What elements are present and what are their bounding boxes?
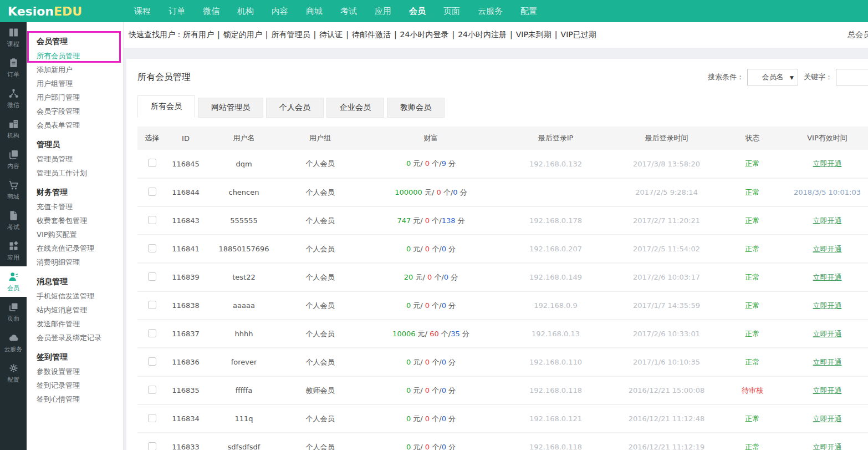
cloud-icon: [8, 332, 19, 343]
sidebar-item-课程[interactable]: 课程: [0, 22, 27, 53]
top-nav-item-会员[interactable]: 会员: [400, 0, 435, 22]
sidebar-item-页面[interactable]: 页面: [0, 297, 27, 327]
quickfind-link-24小时内登录[interactable]: 24小时内登录: [400, 30, 449, 39]
top-nav-item-机构[interactable]: 机构: [228, 0, 263, 22]
menu-item-收费套餐包管理[interactable]: 收费套餐包管理: [37, 214, 123, 227]
quickfind-link-所有管理员[interactable]: 所有管理员: [271, 30, 310, 39]
top-nav-item-订单[interactable]: 订单: [160, 0, 194, 22]
menu-item-会员字段管理[interactable]: 会员字段管理: [37, 104, 123, 118]
tab-教师会员[interactable]: 教师会员: [387, 98, 445, 118]
vip-open-link[interactable]: 立即开通: [813, 358, 842, 366]
quickfind-link-待认证[interactable]: 待认证: [319, 30, 343, 39]
sidebar-item-云服务[interactable]: 云服务: [0, 327, 27, 358]
tab-网站管理员[interactable]: 网站管理员: [198, 98, 263, 118]
row-checkbox[interactable]: [148, 301, 156, 309]
menu-item-用户组管理[interactable]: 用户组管理: [37, 77, 123, 90]
sidebar-item-会员[interactable]: 会员: [0, 266, 27, 297]
menu-item-管理员管理[interactable]: 管理员管理: [37, 152, 123, 166]
top-nav-item-应用[interactable]: 应用: [366, 0, 400, 22]
tab-企业会员[interactable]: 企业会员: [326, 98, 384, 118]
table-body: 116845dqm个人会员0 元/ 0 个/9 分192.168.0.13220…: [137, 150, 868, 450]
quickfind-link-24小时内注册[interactable]: 24小时内注册: [458, 30, 507, 39]
cell-last-login: 2017/2/7 11:20:21: [607, 206, 726, 235]
menu-item-会员表单管理[interactable]: 会员表单管理: [37, 118, 123, 132]
menu-item-添加新用户[interactable]: 添加新用户: [37, 63, 123, 77]
vip-open-link[interactable]: 立即开通: [813, 216, 842, 225]
vip-open-link[interactable]: 立即开通: [813, 330, 842, 338]
sidebar-item-考试[interactable]: 考试: [0, 205, 27, 236]
menu-item-手机短信发送管理[interactable]: 手机短信发送管理: [37, 289, 123, 303]
row-checkbox[interactable]: [148, 442, 156, 450]
row-checkbox[interactable]: [148, 159, 156, 167]
vip-open-link[interactable]: 立即开通: [813, 414, 842, 423]
cell-last-login: 2017/2/6 10:03:17: [607, 263, 726, 291]
row-checkbox[interactable]: [148, 357, 156, 366]
row-checkbox[interactable]: [148, 244, 156, 252]
sidebar-item-应用[interactable]: 应用: [0, 236, 27, 266]
menu-item-参数设置管理[interactable]: 参数设置管理: [37, 365, 123, 378]
menu-item-发送邮件管理[interactable]: 发送邮件管理: [37, 317, 123, 331]
menu-item-充值卡管理[interactable]: 充值卡管理: [37, 200, 123, 214]
wealth-count: 60: [430, 330, 439, 338]
menu-item-消费明细管理[interactable]: 消费明细管理: [37, 255, 123, 269]
sidebar-item-机构[interactable]: 机构: [0, 114, 27, 144]
tab-所有会员[interactable]: 所有会员: [137, 95, 195, 118]
keyword-input[interactable]: [836, 69, 868, 85]
row-checkbox[interactable]: [148, 386, 156, 394]
icon-sidebar: 课程订单微信机构内容商城考试应用会员页面云服务配置: [0, 22, 27, 450]
quickfind-link-所有用户[interactable]: 所有用户: [183, 30, 214, 39]
table-row: 116844chencen个人会员100000 元/ 0 个/0 分2017/2…: [137, 178, 868, 206]
vip-open-link[interactable]: 立即开通: [813, 245, 842, 253]
top-nav-item-云服务[interactable]: 云服务: [469, 0, 512, 22]
top-nav-item-课程[interactable]: 课程: [125, 0, 160, 22]
menu-item-管理员工作计划[interactable]: 管理员工作计划: [37, 166, 123, 180]
vip-open-link[interactable]: 立即开通: [813, 386, 842, 395]
menu-item-签到记录管理[interactable]: 签到记录管理: [37, 378, 123, 392]
top-nav-item-商城[interactable]: 商城: [297, 0, 331, 22]
sidebar-item-内容[interactable]: 内容: [0, 144, 27, 175]
row-checkbox[interactable]: [148, 329, 156, 337]
vip-open-link[interactable]: 立即开通: [813, 273, 842, 281]
wealth-unit-money: 元/: [411, 358, 425, 366]
row-checkbox[interactable]: [148, 188, 156, 196]
wealth-points: 0: [442, 443, 446, 450]
top-nav-item-考试[interactable]: 考试: [331, 0, 366, 22]
menu-item-签到心情管理[interactable]: 签到心情管理: [37, 392, 123, 406]
wealth-unit-points: 分: [458, 188, 467, 196]
total-members-label: 总会员: [847, 30, 868, 39]
menu-item-在线充值记录管理[interactable]: 在线充值记录管理: [37, 241, 123, 255]
sidebar-item-微信[interactable]: 微信: [0, 83, 27, 114]
menu-item-VIP购买配置[interactable]: VIP购买配置: [37, 227, 123, 241]
sidebar-item-label: 商城: [7, 193, 19, 201]
sidebar-item-商城[interactable]: 商城: [0, 175, 27, 205]
menu-item-站内短消息管理[interactable]: 站内短消息管理: [37, 303, 123, 317]
row-checkbox[interactable]: [148, 414, 156, 422]
sidebar-item-配置[interactable]: 配置: [0, 358, 27, 388]
search-condition-value: 会员名: [762, 72, 784, 82]
menu-item-用户部门管理[interactable]: 用户部门管理: [37, 90, 123, 104]
column-header-用户名: 用户名: [205, 127, 283, 150]
quickfind-link-锁定的用户[interactable]: 锁定的用户: [223, 30, 262, 39]
row-checkbox[interactable]: [148, 272, 156, 281]
tab-个人会员[interactable]: 个人会员: [266, 98, 324, 118]
vip-open-link[interactable]: 立即开通: [813, 301, 842, 310]
vip-open-link[interactable]: 立即开通: [813, 159, 842, 168]
quick-find-label: 快速查找用户：: [129, 30, 183, 40]
app-logo: KesionEDU: [0, 4, 125, 18]
member-type-tabs: 所有会员网站管理员个人会员企业会员教师会员: [137, 95, 868, 118]
top-nav-item-配置[interactable]: 配置: [512, 0, 546, 22]
quickfind-link-VIP未到期[interactable]: VIP未到期: [516, 30, 552, 39]
quickfind-link-VIP已过期[interactable]: VIP已过期: [561, 30, 596, 39]
top-nav-item-页面[interactable]: 页面: [435, 0, 469, 22]
courses-icon: [8, 27, 19, 38]
vip-open-link[interactable]: 立即开通: [813, 443, 842, 450]
top-nav-item-内容[interactable]: 内容: [263, 0, 297, 22]
top-nav-item-微信[interactable]: 微信: [194, 0, 228, 22]
row-checkbox[interactable]: [148, 216, 156, 224]
sidebar-item-订单[interactable]: 订单: [0, 53, 27, 83]
menu-item-所有会员管理[interactable]: 所有会员管理: [37, 49, 123, 63]
menu-item-会员登录及绑定记录[interactable]: 会员登录及绑定记录: [37, 331, 123, 345]
quickfind-link-待邮件激活[interactable]: 待邮件激活: [352, 30, 391, 39]
wealth-unit-points: 分: [448, 273, 458, 281]
search-condition-select[interactable]: 会员名 ▼: [747, 69, 798, 85]
